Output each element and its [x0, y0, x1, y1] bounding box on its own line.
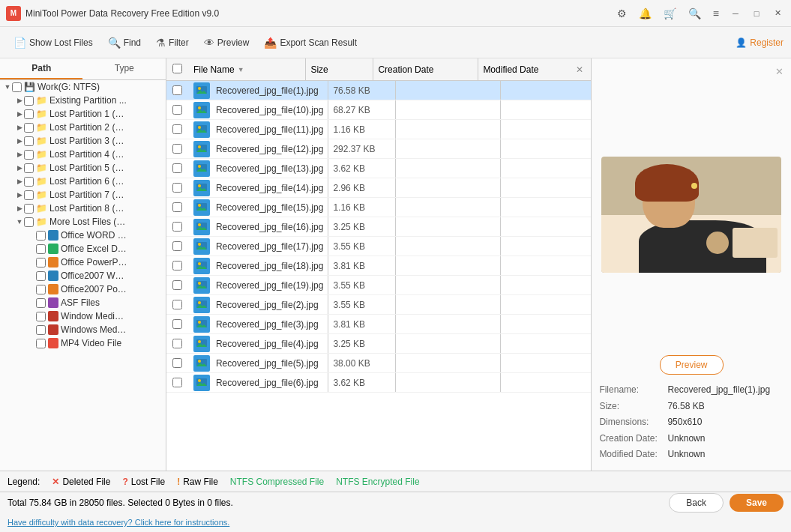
tree-checkbox[interactable] [36, 339, 46, 348]
column-name-header[interactable]: File Name ▼ [189, 58, 306, 80]
tree-checkbox[interactable] [12, 82, 22, 92]
find-button[interactable]: 🔍 Find [102, 34, 147, 52]
row-check[interactable] [166, 105, 189, 115]
file-checkbox[interactable] [172, 144, 182, 154]
tree-checkbox[interactable] [24, 204, 34, 214]
column-size-header[interactable]: Size [306, 58, 373, 80]
file-checkbox[interactable] [172, 300, 182, 309]
tree-item[interactable]: ▶ 📁 Lost Partition 6 (… [0, 175, 166, 188]
table-row[interactable]: Recovered_jpg_file(11).jpg 1.16 KB [166, 120, 591, 139]
row-check[interactable] [166, 319, 189, 329]
tree-checkbox[interactable] [24, 123, 34, 133]
table-row[interactable]: Recovered_jpg_file(13).jpg 3.62 KB [166, 159, 591, 178]
file-checkbox[interactable] [172, 241, 182, 251]
header-check[interactable] [166, 64, 189, 76]
tree-checkbox[interactable] [36, 244, 46, 254]
close-button[interactable]: ✕ [770, 6, 785, 21]
row-check[interactable] [166, 339, 189, 348]
export-scan-button[interactable]: 📤 Export Scan Result [258, 34, 363, 52]
save-button[interactable]: Save [730, 494, 784, 512]
tree-checkbox[interactable] [24, 136, 34, 146]
table-row[interactable]: Recovered_jpg_file(10).jpg 68.27 KB [166, 100, 591, 120]
table-row[interactable]: Recovered_jpg_file(2).jpg 3.55 KB [166, 295, 591, 315]
file-checkbox[interactable] [172, 105, 182, 115]
preview-action-button[interactable]: Preview [660, 355, 724, 375]
tree-item[interactable]: ▶ 📁 Lost Partition 7 (… [0, 188, 166, 202]
row-check[interactable] [166, 85, 189, 95]
tree-checkbox[interactable] [36, 231, 46, 241]
tree-item[interactable]: Office2007 Po… [0, 282, 166, 296]
maximize-button[interactable]: □ [749, 6, 764, 21]
column-creation-header[interactable]: Creation Date [373, 58, 478, 80]
back-button[interactable]: Back [669, 493, 724, 513]
file-checkbox[interactable] [172, 85, 182, 95]
table-row[interactable]: Recovered_jpg_file(19).jpg 3.55 KB [166, 276, 591, 295]
tree-item[interactable]: ▶ 📁 Lost Partition 2 (… [0, 121, 166, 134]
tree-checkbox[interactable] [24, 177, 34, 187]
column-modified-header[interactable]: Modified Date [478, 58, 568, 80]
register-button[interactable]: 👤 Register [736, 37, 784, 48]
tree-item[interactable]: ▶ 📁 Existing Partition ... [0, 94, 166, 107]
tree-checkbox[interactable] [24, 109, 34, 119]
file-checkbox[interactable] [172, 339, 182, 348]
tree-checkbox[interactable] [36, 312, 46, 321]
tree-item[interactable]: ▶ 📁 Lost Partition 3 (… [0, 134, 166, 148]
table-row[interactable]: Recovered_jpg_file(4).jpg 3.25 KB [166, 334, 591, 354]
tree-checkbox[interactable] [24, 163, 34, 173]
row-check[interactable] [166, 280, 189, 290]
table-row[interactable]: Recovered_jpg_file(3).jpg 3.81 KB [166, 315, 591, 334]
tree-item[interactable]: MP4 Video File [0, 336, 166, 350]
tree-checkbox[interactable] [36, 298, 46, 308]
file-checkbox[interactable] [172, 202, 182, 212]
tree-checkbox[interactable] [36, 285, 46, 294]
file-checkbox[interactable] [172, 358, 182, 368]
file-checkbox[interactable] [172, 183, 182, 193]
file-checkbox[interactable] [172, 280, 182, 290]
table-row[interactable]: Recovered_jpg_file(16).jpg 3.25 KB [166, 217, 591, 237]
table-row[interactable]: Recovered_jpg_file(14).jpg 2.96 KB [166, 178, 591, 198]
notification-icon[interactable]: 🔔 [636, 6, 655, 21]
tree-checkbox[interactable] [24, 190, 34, 200]
tree-checkbox[interactable] [36, 271, 46, 281]
row-check[interactable] [166, 300, 189, 309]
row-check[interactable] [166, 163, 189, 173]
file-checkbox[interactable] [172, 319, 182, 329]
row-check[interactable] [166, 358, 189, 368]
tree-item[interactable]: ▶ 📁 Lost Partition 5 (… [0, 161, 166, 175]
tree-item[interactable]: ▶ 📁 Lost Partition 4 (… [0, 148, 166, 161]
tree-checkbox[interactable] [24, 217, 34, 227]
select-all-checkbox[interactable] [172, 64, 182, 73]
search-icon[interactable]: 🔍 [685, 6, 704, 21]
preview-panel-close[interactable]: ✕ [775, 66, 784, 77]
tab-type[interactable]: Type [82, 58, 165, 79]
menu-icon[interactable]: ≡ [710, 6, 722, 21]
table-row[interactable]: Recovered_jpg_file(18).jpg 3.81 KB [166, 256, 591, 276]
tree-item[interactable]: Office WORD … [0, 229, 166, 242]
tree-item[interactable]: Office2007 W… [0, 269, 166, 282]
file-checkbox[interactable] [172, 124, 182, 134]
table-row[interactable]: Recovered_jpg_file(6).jpg 3.62 KB [166, 373, 591, 393]
row-check[interactable] [166, 144, 189, 154]
filter-button[interactable]: ⚗ Filter [150, 34, 195, 52]
table-row[interactable]: Recovered_jpg_file(17).jpg 3.55 KB [166, 237, 591, 256]
row-check[interactable] [166, 183, 189, 193]
tree-item[interactable]: Windows Med… [0, 323, 166, 336]
preview-button[interactable]: 👁 Preview [198, 34, 256, 52]
settings-icon[interactable]: ⚙ [614, 6, 630, 21]
tree-checkbox[interactable] [36, 325, 46, 335]
tree-item[interactable]: ASF Files [0, 296, 166, 309]
tree-item[interactable]: ▼ 📁 More Lost Files (… [0, 215, 166, 229]
table-row[interactable]: Recovered_jpg_file(12).jpg 292.37 KB [166, 139, 591, 159]
file-checkbox[interactable] [172, 261, 182, 270]
row-check[interactable] [166, 222, 189, 232]
tree-item[interactable]: Office Excel D… [0, 242, 166, 256]
tree-checkbox[interactable] [24, 150, 34, 160]
file-checkbox[interactable] [172, 163, 182, 173]
table-row[interactable]: Recovered_jpg_file(1).jpg 76.58 KB [166, 81, 591, 100]
tree-checkbox[interactable] [36, 258, 46, 267]
tree-item[interactable]: Office PowerP… [0, 256, 166, 269]
tree-checkbox[interactable] [24, 96, 34, 106]
tree-item[interactable]: ▼ 💾 Work(G: NTFS) [0, 80, 166, 94]
table-row[interactable]: Recovered_jpg_file(15).jpg 1.16 KB [166, 198, 591, 217]
row-check[interactable] [166, 241, 189, 251]
